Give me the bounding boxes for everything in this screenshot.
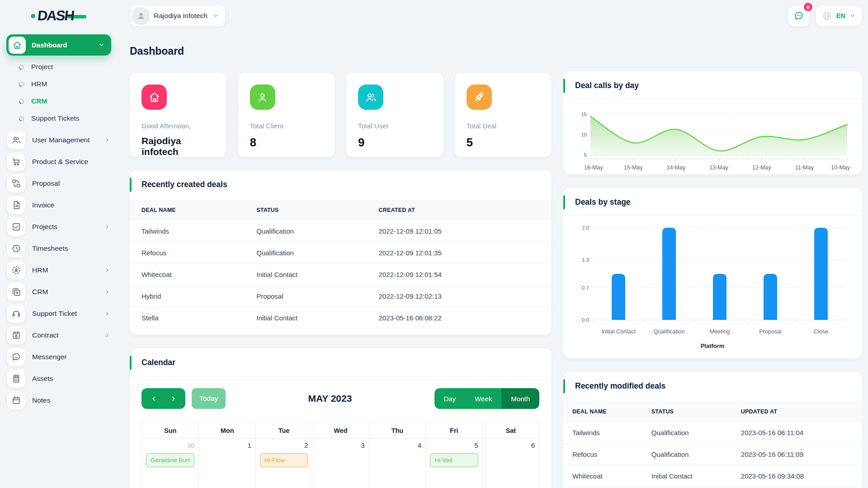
sidebar-item-hrm[interactable]: HRM [6,260,111,281]
language-selector[interactable]: EN [816,5,862,26]
home-icon [9,37,26,54]
sidebar-item-support-ticket[interactable]: Support Ticket [6,303,111,324]
table-cell: Proposal [252,286,374,307]
stat-label: Total Client [250,122,323,130]
sidebar-item-support-tickets[interactable]: Support Tickets [6,110,111,127]
user-icon [250,84,275,110]
table-row: WhitecoatInitial Contact2023-05-16 09:34… [563,465,862,487]
calendar-day-header: Mon [198,423,255,438]
sidebar-item-user-management[interactable]: User Management [6,130,111,150]
chevron-left-icon [151,395,157,402]
stat-value: 9 [358,136,431,150]
column-header: STATUS [647,401,736,422]
sidebar-item-label: CRM [32,288,97,296]
calendar-event[interactable]: Geraldine Burt [146,453,194,467]
sidebar-item-crm[interactable]: CRM [6,93,111,110]
cart-icon [7,153,25,171]
sidebar-item-dashboard[interactable]: Dashboard [6,34,111,56]
main-column: Dashboard Good Afternoon,Rajodiya infote… [130,32,551,488]
calendar-cell[interactable]: 5Hi-Veil [425,438,482,488]
sidebar-item-label: Invoice [32,201,110,209]
table-cell: Initial Contact [252,307,374,329]
section-title: Calendar [130,348,551,376]
column-header: DEAL NAME [130,200,252,221]
home-icon [142,84,167,110]
calendar-cell[interactable]: 3 [312,438,368,488]
calendar-view-day[interactable]: Day [434,388,466,409]
messages-button[interactable]: 0 [788,5,809,26]
sidebar-item-label: Messenger [32,353,110,361]
stat-value: 5 [467,136,540,150]
chevron-right-icon [104,310,110,317]
sidebar-item-hrm[interactable]: HRM [6,75,111,93]
deals-by-stage-bar-chart: 0.00.71.32.0Initial ContactQualification… [563,216,862,342]
sidebar-item-invoice[interactable]: Invoice [6,195,111,216]
sidebar-item-assets[interactable]: Assets [6,368,111,389]
sidebar-item-product-service[interactable]: Product & Service [6,151,111,172]
sidebar-item-label: HRM [32,266,97,274]
today-button[interactable]: Today [192,388,226,409]
sidebar-item-contract[interactable]: Contract [6,325,111,346]
calendar-date: 1 [203,441,251,449]
recently-created-deals-table: DEAL NAMESTATUSCREATED ATTailwindsQualif… [130,200,551,328]
table-cell: Qualification [252,221,374,242]
table-row: StellaInitial Contact2023-05-16 06:08:22 [130,307,551,329]
notes-icon [7,391,25,409]
sidebar-item-proposal[interactable]: Proposal [6,173,111,194]
sidebar-item-timesheets[interactable]: Timesheets [6,238,111,259]
sidebar-item-messenger[interactable]: Messenger [6,347,111,367]
calendar-cell[interactable]: 4 [369,438,425,488]
svg-text:0.7: 0.7 [582,285,589,291]
sidebar-item-label: CRM [31,97,47,105]
svg-text:10-May: 10-May [831,164,850,171]
calendar-cell[interactable]: 1 [198,438,255,488]
sidebar-item-project[interactable]: Project [6,58,111,75]
column-header: DEAL NAME [563,401,647,422]
calendar-date: 4 [373,441,421,449]
accent-bar [130,356,132,370]
section-title: Recently modified deals [563,372,862,399]
calendar-cell[interactable]: 30Geraldine Burt [142,438,198,488]
table-cell: Tailwinds [563,422,647,444]
stat-card-good-afternoon: Good Afternoon,Rajodiya infotech [130,73,226,157]
table-cell: Stella [130,307,252,329]
table-cell: Hybrid [130,286,252,307]
table-header-row: DEAL NAMESTATUSCREATED AT [130,200,551,221]
svg-text:11-May: 11-May [795,164,814,171]
calendar-day-header: Sun [142,423,198,438]
deal-calls-line-chart: 51015 16-May15-May14-May13-May12-May11-M… [563,99,862,174]
calendar-cell[interactable]: 6 [482,438,539,488]
sidebar-item-projects[interactable]: Projects [6,216,111,237]
calendar-event[interactable]: Hi-Veil [430,453,478,467]
sidebar-item-crm[interactable]: CRM [6,282,111,302]
proposal-icon [7,174,25,192]
workspace-selector[interactable]: Rajodiya infotech [130,5,225,26]
sidebar-item-label: HRM [31,80,47,88]
table-cell: 2022-12-09 12:01:35 [374,242,551,264]
app-logo[interactable]: DASH [31,8,86,24]
stat-card-total-user: Total User9 [346,73,443,157]
stat-label: Good Afternoon, [142,122,215,130]
table-row: RefocusQualification2023-05-16 06:11:09 [563,444,862,465]
recently-modified-deals-table: DEAL NAMESTATUSUPDATED ATTailwindsQualif… [563,401,862,488]
calendar-cell[interactable]: 2Hi-Flow [255,438,312,488]
recently-modified-deals-card: Recently modified deals DEAL NAMESTATUSU… [563,372,862,488]
sidebar-item-label: Proposal [32,179,110,188]
bullet-icon [19,64,24,70]
crm-icon [7,283,25,301]
calendar-grid: SunMonTueWedThuFriSat30Geraldine Burt12H… [142,422,539,488]
headset-icon [7,305,25,323]
table-row: TailwindsQualification2023-05-16 06:11:0… [563,422,862,444]
clock-icon [7,239,25,258]
table-cell: Whitecoat [130,264,252,286]
calendar-event[interactable]: Hi-Flow [260,453,308,467]
table-cell: Qualification [647,444,736,465]
rocket-icon [467,84,492,110]
calendar-view-month[interactable]: Month [501,388,539,409]
column-header: UPDATED AT [736,401,862,422]
sidebar-item-notes[interactable]: Notes [6,390,111,411]
calendar-prev-next-buttons[interactable] [142,388,185,409]
calendar-view-week[interactable]: Week [465,388,501,409]
workspace-name: Rajodiya infotech [154,12,208,20]
svg-text:13-May: 13-May [709,164,728,171]
